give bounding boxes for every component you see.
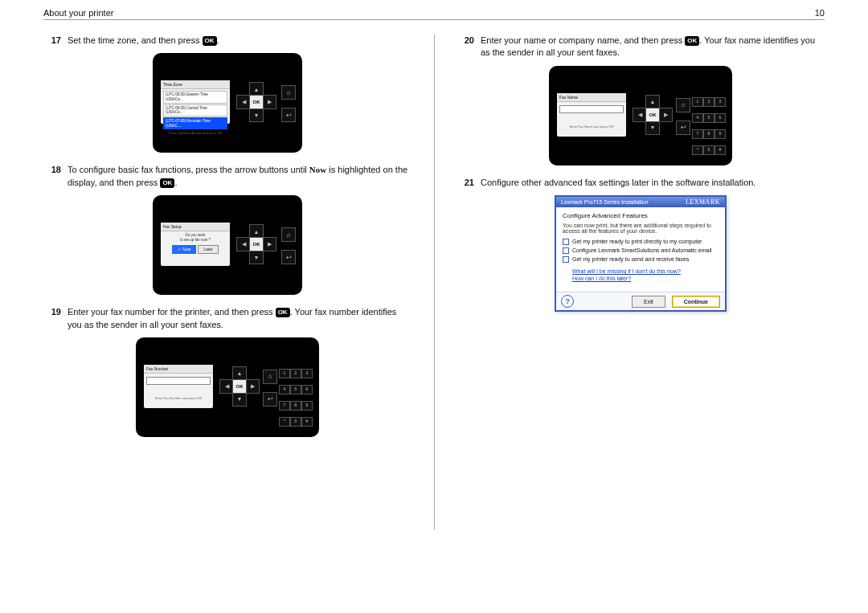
dpad[interactable]: ▲ ▼ ◀ ▶ OK [219,366,258,405]
dialog-check-row: Get my printer ready to print directly t… [563,239,719,245]
tz-item: (UTC-05:00) Eastern Time (USA/Ca… [163,91,227,103]
now-button[interactable]: ✓ Now [172,245,196,253]
numkey[interactable]: 8 [290,401,301,411]
arrow-down-button[interactable]: ▼ [645,121,660,135]
brand-logo: LEXMARK [686,198,720,206]
header-page-number: 10 [815,8,825,18]
numkey[interactable]: 7 [279,401,290,411]
help-icon[interactable]: ? [561,295,574,308]
numkey[interactable]: 7 [692,129,703,139]
numkey[interactable]: # [714,145,726,155]
side-keys: ⌂ ↩ [676,98,689,143]
numkey[interactable]: 4 [279,385,290,394]
numpad[interactable]: 123 456 789 *0# [279,363,317,427]
numkey[interactable]: * [692,145,703,155]
arrow-right-button[interactable]: ▶ [245,379,260,394]
ok-button[interactable]: OK [249,237,264,251]
step-19: 19 Enter your fax number for the printer… [43,306,411,331]
step-number: 20 [457,35,474,59]
ok-icon: OK [160,178,174,188]
tz-item-selected: (UTC-07:00) Mountain Time (USA/C… [163,117,227,129]
numkey[interactable]: 6 [301,385,313,394]
numkey[interactable]: 2 [703,97,714,107]
numkey[interactable]: 6 [714,113,726,123]
fax-name-field[interactable] [559,105,624,113]
ok-button[interactable]: OK [645,108,660,122]
lcd-hint: Press Up/Down Arrows and press OK [163,131,227,135]
numpad[interactable]: 123 456 789 *0# [692,92,731,156]
dialog-link[interactable]: How can I do this later? [572,275,719,282]
tz-item: (UTC-06:00) Central Time (USA/Ca… [163,104,227,116]
lcd-title: Fax Name [557,93,626,102]
numkey[interactable]: 8 [703,129,714,139]
numkey[interactable]: 2 [290,369,301,378]
back-icon[interactable]: ↩ [263,392,277,407]
dialog-titlebar: Lexmark Pro715 Series Installation LEXMA… [556,197,725,207]
lcd-18: Fax Setup Do you want to set up fax now … [161,223,230,266]
ok-button[interactable]: OK [249,95,264,109]
back-icon[interactable]: ↩ [281,108,296,122]
column-left: 17 Set the time zone, and then press OK.… [0,20,434,534]
arrow-right-button[interactable]: ▶ [262,95,276,109]
dpad[interactable]: ▲ ▼ ◀ ▶ OK [236,82,275,121]
ok-button[interactable]: OK [232,379,247,394]
numkey[interactable]: 3 [714,97,726,107]
step-number: 19 [43,306,61,331]
lcd-hint: Enter Fax Number and press OK [146,396,211,400]
home-icon[interactable]: ⌂ [263,370,277,384]
numkey[interactable]: 9 [301,401,313,411]
dialog-link[interactable]: What will I be missing if I don't do thi… [572,268,719,275]
step-text: Enter your fax number for the printer, a… [68,306,411,331]
numkey[interactable]: 5 [290,385,301,394]
step-20: 20 Enter your name or company name, and … [457,35,825,59]
step-number: 21 [457,177,474,189]
numkey[interactable]: 1 [692,97,703,107]
lcd-hint: Enter Fax Name and press OK [559,125,624,129]
ok-icon: OK [276,308,290,317]
side-keys: ⌂ ↩ [281,227,294,272]
arrow-down-button[interactable]: ▼ [232,392,247,407]
step-text: Set the time zone, and then press OK. [68,35,411,47]
check-icon: ✓ [178,247,181,251]
back-icon[interactable]: ↩ [281,250,296,264]
numkey[interactable]: 0 [290,417,301,427]
numkey[interactable]: * [279,417,290,427]
numkey[interactable]: 0 [703,145,714,155]
dialog-check-row: Configure Lexmark SmartSolutions and Aut… [563,247,719,254]
column-divider [434,35,435,529]
home-icon[interactable]: ⌂ [281,85,296,100]
dialog-check-row: Get my printer ready to send and receive… [563,256,719,263]
arrow-right-button[interactable]: ▶ [658,108,673,122]
numkey[interactable]: 5 [703,113,714,123]
header-title: About your printer [43,8,113,18]
dpad[interactable]: ▲ ▼ ◀ ▶ OK [236,224,275,263]
arrow-down-button[interactable]: ▼ [249,250,264,264]
checkbox-icon[interactable] [563,256,569,263]
later-button[interactable]: Later [198,245,218,253]
numkey[interactable]: 1 [279,369,290,378]
dpad[interactable]: ▲ ▼ ◀ ▶ OK [633,95,671,133]
continue-button[interactable]: Continue [672,296,720,308]
numkey[interactable]: 9 [714,129,726,139]
fax-number-field[interactable] [146,377,211,385]
arrow-right-button[interactable]: ▶ [262,237,276,251]
home-icon[interactable]: ⌂ [676,98,690,112]
checkbox-icon[interactable] [563,239,569,245]
numkey[interactable]: 4 [692,113,703,123]
arrow-down-button[interactable]: ▼ [249,108,264,122]
lcd-17: Time Zone (UTC-05:00) Eastern Time (USA/… [161,80,230,124]
check-label: Get my printer ready to print directly t… [572,239,702,244]
lcd-19: Fax Number Enter Fax Number and press OK [144,365,213,408]
back-icon[interactable]: ↩ [676,121,690,135]
step-17: 17 Set the time zone, and then press OK. [43,35,411,47]
check-label: Configure Lexmark SmartSolutions and Aut… [572,247,712,253]
home-icon[interactable]: ⌂ [281,227,296,242]
numkey[interactable]: 3 [301,369,313,378]
device-shot-20: Fax Name Enter Fax Name and press OK ▲ ▼… [549,66,732,166]
page-header: About your printer 10 [0,0,868,19]
checkbox-icon[interactable] [563,247,569,254]
numkey[interactable]: # [301,417,313,427]
dialog-links: What will I be missing if I don't do thi… [572,268,719,282]
step-number: 17 [43,35,61,47]
exit-button[interactable]: Exit [632,296,665,308]
